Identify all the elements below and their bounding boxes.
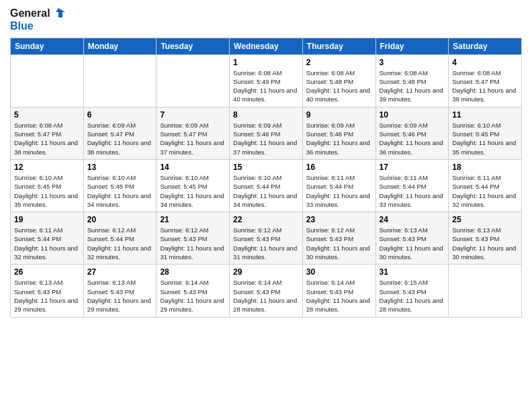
calendar-cell: 31Sunrise: 6:15 AM Sunset: 5:43 PM Dayli…	[375, 265, 449, 317]
day-number: 22	[233, 215, 299, 224]
day-info: Sunrise: 6:10 AM Sunset: 5:44 PM Dayligh…	[233, 173, 299, 209]
day-info: Sunrise: 6:09 AM Sunset: 5:46 PM Dayligh…	[233, 121, 299, 156]
calendar-cell: 9Sunrise: 6:09 AM Sunset: 5:46 PM Daylig…	[302, 107, 375, 159]
weekday-header-sunday: Sunday	[11, 38, 84, 54]
day-number: 26	[14, 267, 80, 277]
page: General Blue SundayMondayTuesdayWednesda…	[0, 0, 532, 411]
day-info: Sunrise: 6:08 AM Sunset: 5:49 PM Dayligh…	[233, 68, 299, 104]
calendar-cell	[157, 54, 230, 107]
day-info: Sunrise: 6:09 AM Sunset: 5:46 PM Dayligh…	[380, 121, 445, 156]
day-info: Sunrise: 6:11 AM Sunset: 5:44 PM Dayligh…	[306, 173, 372, 209]
day-info: Sunrise: 6:09 AM Sunset: 5:47 PM Dayligh…	[87, 121, 153, 156]
day-info: Sunrise: 6:08 AM Sunset: 5:48 PM Dayligh…	[306, 68, 372, 104]
calendar-cell: 26Sunrise: 6:13 AM Sunset: 5:43 PM Dayli…	[11, 265, 84, 317]
day-number: 15	[233, 163, 299, 172]
calendar-cell: 1Sunrise: 6:08 AM Sunset: 5:49 PM Daylig…	[230, 54, 303, 107]
calendar-cell: 30Sunrise: 6:14 AM Sunset: 5:43 PM Dayli…	[302, 265, 375, 317]
day-info: Sunrise: 6:15 AM Sunset: 5:43 PM Dayligh…	[380, 278, 445, 314]
calendar-cell: 12Sunrise: 6:10 AM Sunset: 5:45 PM Dayli…	[11, 159, 84, 212]
calendar-cell: 18Sunrise: 6:11 AM Sunset: 5:44 PM Dayli…	[449, 159, 522, 212]
day-number: 31	[380, 267, 445, 277]
day-number: 13	[87, 163, 153, 172]
calendar-cell: 2Sunrise: 6:08 AM Sunset: 5:48 PM Daylig…	[302, 54, 375, 107]
day-number: 8	[233, 110, 299, 120]
day-number: 7	[160, 110, 226, 120]
calendar-cell: 15Sunrise: 6:10 AM Sunset: 5:44 PM Dayli…	[230, 159, 303, 212]
calendar-cell: 10Sunrise: 6:09 AM Sunset: 5:46 PM Dayli…	[375, 107, 449, 159]
day-number: 2	[306, 58, 372, 67]
day-number: 24	[380, 215, 445, 224]
day-number: 20	[87, 215, 153, 224]
day-number: 28	[160, 267, 226, 277]
calendar-cell: 27Sunrise: 6:13 AM Sunset: 5:43 PM Dayli…	[83, 265, 157, 317]
day-number: 14	[160, 163, 226, 172]
calendar-cell: 29Sunrise: 6:14 AM Sunset: 5:43 PM Dayli…	[230, 265, 303, 317]
day-number: 1	[233, 58, 299, 67]
logo-blue: Blue	[10, 20, 34, 32]
calendar-cell: 20Sunrise: 6:12 AM Sunset: 5:44 PM Dayli…	[83, 212, 157, 265]
weekday-header-row: SundayMondayTuesdayWednesdayThursdayFrid…	[11, 38, 522, 54]
calendar-table: SundayMondayTuesdayWednesdayThursdayFrid…	[10, 38, 522, 318]
header: General Blue	[10, 7, 522, 32]
day-number: 3	[380, 58, 445, 67]
day-number: 29	[233, 267, 299, 277]
day-number: 4	[452, 58, 518, 67]
day-number: 18	[452, 163, 518, 172]
calendar-cell: 23Sunrise: 6:12 AM Sunset: 5:43 PM Dayli…	[302, 212, 375, 265]
day-info: Sunrise: 6:10 AM Sunset: 5:45 PM Dayligh…	[14, 173, 80, 209]
day-info: Sunrise: 6:09 AM Sunset: 5:47 PM Dayligh…	[160, 121, 226, 156]
day-info: Sunrise: 6:14 AM Sunset: 5:43 PM Dayligh…	[160, 278, 226, 314]
day-info: Sunrise: 6:08 AM Sunset: 5:48 PM Dayligh…	[380, 68, 445, 104]
day-info: Sunrise: 6:12 AM Sunset: 5:43 PM Dayligh…	[233, 226, 299, 261]
day-number: 25	[452, 215, 518, 224]
day-info: Sunrise: 6:10 AM Sunset: 5:45 PM Dayligh…	[160, 173, 226, 209]
day-info: Sunrise: 6:11 AM Sunset: 5:44 PM Dayligh…	[452, 173, 518, 209]
logo: General Blue	[10, 7, 66, 32]
calendar-cell: 28Sunrise: 6:14 AM Sunset: 5:43 PM Dayli…	[157, 265, 230, 317]
day-info: Sunrise: 6:12 AM Sunset: 5:43 PM Dayligh…	[160, 226, 226, 261]
day-info: Sunrise: 6:13 AM Sunset: 5:43 PM Dayligh…	[87, 278, 153, 314]
weekday-header-friday: Friday	[375, 38, 449, 54]
day-number: 10	[380, 110, 445, 120]
calendar-cell: 4Sunrise: 6:08 AM Sunset: 5:47 PM Daylig…	[449, 54, 522, 107]
logo-general: General	[10, 7, 50, 19]
calendar-cell: 24Sunrise: 6:13 AM Sunset: 5:43 PM Dayli…	[375, 212, 449, 265]
day-number: 9	[306, 110, 372, 120]
day-number: 5	[14, 110, 80, 120]
day-info: Sunrise: 6:12 AM Sunset: 5:43 PM Dayligh…	[306, 226, 372, 261]
weekday-header-tuesday: Tuesday	[157, 38, 230, 54]
day-info: Sunrise: 6:13 AM Sunset: 5:43 PM Dayligh…	[380, 226, 445, 261]
weekday-header-saturday: Saturday	[449, 38, 522, 54]
day-number: 30	[306, 267, 372, 277]
calendar-cell: 22Sunrise: 6:12 AM Sunset: 5:43 PM Dayli…	[230, 212, 303, 265]
day-number: 27	[87, 267, 153, 277]
svg-marker-0	[56, 8, 65, 17]
day-info: Sunrise: 6:10 AM Sunset: 5:45 PM Dayligh…	[87, 173, 153, 209]
calendar-cell	[83, 54, 157, 107]
day-number: 11	[452, 110, 518, 120]
week-row-5: 26Sunrise: 6:13 AM Sunset: 5:43 PM Dayli…	[11, 265, 522, 317]
week-row-3: 12Sunrise: 6:10 AM Sunset: 5:45 PM Dayli…	[11, 159, 522, 212]
day-info: Sunrise: 6:11 AM Sunset: 5:44 PM Dayligh…	[14, 226, 80, 261]
day-info: Sunrise: 6:14 AM Sunset: 5:43 PM Dayligh…	[233, 278, 299, 314]
week-row-2: 5Sunrise: 6:08 AM Sunset: 5:47 PM Daylig…	[11, 107, 522, 159]
day-info: Sunrise: 6:13 AM Sunset: 5:43 PM Dayligh…	[14, 278, 80, 314]
day-info: Sunrise: 6:13 AM Sunset: 5:43 PM Dayligh…	[452, 226, 518, 261]
day-info: Sunrise: 6:11 AM Sunset: 5:44 PM Dayligh…	[380, 173, 445, 209]
logo-bird-icon	[52, 7, 66, 20]
calendar-cell: 16Sunrise: 6:11 AM Sunset: 5:44 PM Dayli…	[302, 159, 375, 212]
calendar-body: 1Sunrise: 6:08 AM Sunset: 5:49 PM Daylig…	[11, 54, 522, 317]
day-info: Sunrise: 6:10 AM Sunset: 5:45 PM Dayligh…	[452, 121, 518, 156]
day-number: 23	[306, 215, 372, 224]
calendar-cell: 7Sunrise: 6:09 AM Sunset: 5:47 PM Daylig…	[157, 107, 230, 159]
day-number: 17	[380, 163, 445, 172]
calendar-cell: 8Sunrise: 6:09 AM Sunset: 5:46 PM Daylig…	[230, 107, 303, 159]
day-number: 21	[160, 215, 226, 224]
week-row-1: 1Sunrise: 6:08 AM Sunset: 5:49 PM Daylig…	[11, 54, 522, 107]
day-info: Sunrise: 6:08 AM Sunset: 5:47 PM Dayligh…	[452, 68, 518, 104]
calendar-cell: 21Sunrise: 6:12 AM Sunset: 5:43 PM Dayli…	[157, 212, 230, 265]
calendar-cell	[11, 54, 84, 107]
calendar-cell: 11Sunrise: 6:10 AM Sunset: 5:45 PM Dayli…	[449, 107, 522, 159]
calendar-cell: 19Sunrise: 6:11 AM Sunset: 5:44 PM Dayli…	[11, 212, 84, 265]
calendar-cell: 13Sunrise: 6:10 AM Sunset: 5:45 PM Dayli…	[83, 159, 157, 212]
